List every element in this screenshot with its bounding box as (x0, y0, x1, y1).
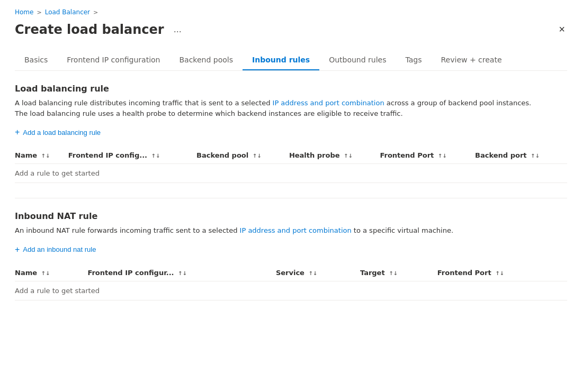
close-button[interactable]: × (557, 21, 567, 38)
nat-rule-link: IP address and port combination (240, 226, 352, 234)
page-header: Create load balancer ... × (15, 21, 567, 38)
page-title: Create load balancer (15, 22, 164, 37)
add-load-balancing-rule-label: Add a load balancing rule (23, 129, 101, 136)
nat-sort-icon-service[interactable]: ↑↓ (308, 270, 317, 276)
col-backend-port: Backend port ↑↓ (475, 147, 567, 164)
tab-outbound-rules[interactable]: Outbound rules (319, 50, 396, 70)
lb-empty-row: Add a rule to get started (15, 164, 567, 183)
sort-icon-frontend-ip[interactable]: ↑↓ (151, 153, 160, 159)
add-load-balancing-rule-button[interactable]: + Add a load balancing rule (15, 126, 101, 139)
tab-backend-pools[interactable]: Backend pools (169, 50, 243, 70)
nat-col-frontend-ip: Frontend IP configur... ↑↓ (87, 265, 275, 281)
load-balancing-rule-title: Load balancing rule (15, 84, 567, 94)
tab-tags[interactable]: Tags (396, 50, 432, 70)
nat-col-service: Service ↑↓ (276, 265, 360, 281)
load-balancing-rule-desc: A load balancing rule distributes incomi… (15, 98, 567, 118)
breadcrumb-load-balancer[interactable]: Load Balancer (45, 8, 90, 16)
lb-rule-link: IP address and port combination (273, 99, 384, 107)
tab-frontend-ip[interactable]: Frontend IP configuration (57, 50, 169, 70)
tab-inbound-rules[interactable]: Inbound rules (243, 50, 319, 70)
tab-basics[interactable]: Basics (15, 50, 57, 70)
breadcrumb: Home > Load Balancer > (15, 8, 567, 16)
nat-sort-icon-target[interactable]: ↑↓ (389, 270, 398, 276)
breadcrumb-sep2: > (93, 9, 98, 16)
nat-plus-icon: + (15, 245, 20, 254)
breadcrumb-sep1: > (37, 9, 41, 16)
nat-sort-icon-name[interactable]: ↑↓ (41, 270, 50, 276)
sort-icon-frontend-port[interactable]: ↑↓ (438, 153, 447, 159)
table-header-row: Name ↑↓ Frontend IP config... ↑↓ Backend… (15, 147, 567, 164)
tab-review-create[interactable]: Review + create (432, 50, 512, 70)
nat-table-header-row: Name ↑↓ Frontend IP configur... ↑↓ Servi… (15, 265, 567, 281)
add-inbound-nat-rule-button[interactable]: + Add an inbound nat rule (15, 243, 96, 256)
sort-icon-name[interactable]: ↑↓ (41, 153, 50, 159)
page-title-area: Create load balancer ... (15, 22, 185, 37)
nat-col-target: Target ↑↓ (360, 265, 437, 281)
sort-icon-backend-pool[interactable]: ↑↓ (253, 153, 262, 159)
nat-sort-icon-frontend-ip[interactable]: ↑↓ (178, 270, 187, 276)
nat-sort-icon-frontend-port[interactable]: ↑↓ (495, 270, 504, 276)
ellipsis-button[interactable]: ... (171, 23, 185, 36)
col-health-probe: Health probe ↑↓ (289, 147, 380, 164)
col-frontend-ip: Frontend IP config... ↑↓ (68, 147, 196, 164)
plus-icon: + (15, 128, 20, 136)
sort-icon-health-probe[interactable]: ↑↓ (344, 153, 353, 159)
section-divider (15, 198, 567, 198)
breadcrumb-home[interactable]: Home (15, 8, 33, 16)
inbound-nat-rule-desc: An inbound NAT rule forwards incoming tr… (15, 225, 567, 236)
inbound-nat-rule-table: Name ↑↓ Frontend IP configur... ↑↓ Servi… (15, 265, 567, 300)
lb-empty-message: Add a rule to get started (15, 164, 567, 183)
inbound-nat-rule-section: Inbound NAT rule An inbound NAT rule for… (15, 211, 567, 300)
add-inbound-nat-rule-label: Add an inbound nat rule (23, 245, 96, 253)
col-backend-pool: Backend pool ↑↓ (196, 147, 289, 164)
tabs-nav: Basics Frontend IP configuration Backend… (15, 50, 567, 71)
nat-empty-row: Add a rule to get started (15, 281, 567, 300)
sort-icon-backend-port[interactable]: ↑↓ (531, 153, 540, 159)
col-frontend-port: Frontend Port ↑↓ (380, 147, 475, 164)
nat-empty-message: Add a rule to get started (15, 281, 567, 300)
inbound-nat-rule-title: Inbound NAT rule (15, 211, 567, 221)
nat-col-frontend-port: Frontend Port ↑↓ (437, 265, 567, 281)
page-container: Home > Load Balancer > Create load balan… (0, 0, 582, 392)
load-balancing-rule-section: Load balancing rule A load balancing rul… (15, 84, 567, 183)
nat-col-name: Name ↑↓ (15, 265, 87, 281)
col-name: Name ↑↓ (15, 147, 68, 164)
load-balancing-rule-table: Name ↑↓ Frontend IP config... ↑↓ Backend… (15, 147, 567, 183)
